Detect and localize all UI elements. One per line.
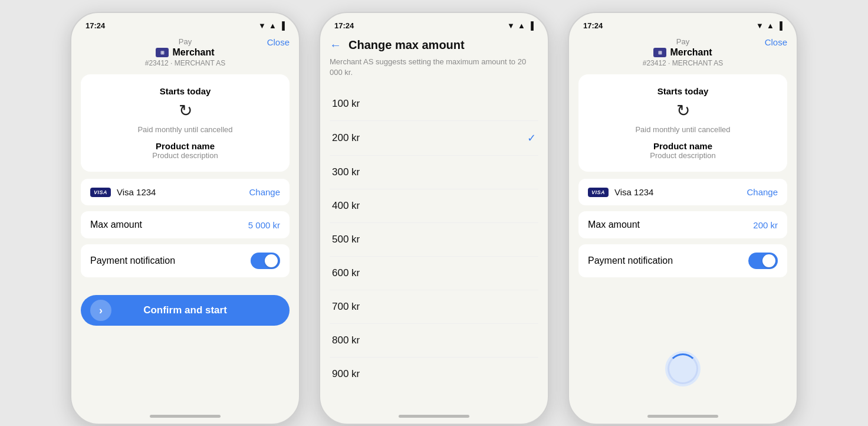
max-amount-value-3: 200 kr xyxy=(753,220,778,230)
product-name-3: Product name xyxy=(588,141,778,151)
phone-3: 17:24 ▼ ▲ ▐ Pay ⊞ Merchant #23412 · MERC… xyxy=(568,12,798,425)
merchant-row-1: ⊞ Merchant xyxy=(81,47,290,58)
merchant-icon-1: ⊞ xyxy=(156,48,169,57)
paid-monthly-3: Paid monthly until cancelled xyxy=(588,125,778,134)
wifi-icon-2: ▼ xyxy=(507,21,515,30)
screen2-title: Change max amount xyxy=(348,38,465,52)
signal-icon: ▲ xyxy=(269,21,277,30)
phone3-content: Pay ⊞ Merchant #23412 · MERCHANT AS Clos… xyxy=(569,32,797,410)
subscription-card-3: Starts today ↻ Paid monthly until cancel… xyxy=(578,74,787,172)
status-bar-2: 17:24 ▼ ▲ ▐ xyxy=(320,13,548,32)
status-bar-1: 17:24 ▼ ▲ ▐ xyxy=(71,13,299,32)
payment-notification-label-3: Payment notification xyxy=(588,255,673,266)
pay-header-3: Pay ⊞ Merchant #23412 · MERCHANT AS Clos… xyxy=(578,32,787,74)
pay-header-1: Pay ⊞ Merchant #23412 · MERCHANT AS Clos… xyxy=(81,32,290,74)
spinner-container xyxy=(578,351,787,398)
close-button-1[interactable]: Close xyxy=(267,37,290,47)
product-desc-3: Product description xyxy=(588,151,778,160)
phone-2: 17:24 ▼ ▲ ▐ ← Change max amount Merchant… xyxy=(319,12,549,425)
confirm-label-1: Confirm and start xyxy=(143,304,227,316)
phone1-content: Pay ⊞ Merchant #23412 · MERCHANT AS Clos… xyxy=(71,32,299,410)
merchant-id-3: #23412 · MERCHANT AS xyxy=(578,59,787,67)
time-1: 17:24 xyxy=(86,21,105,30)
arrow-icon-1: › xyxy=(90,300,111,321)
amount-item[interactable]: 700 kr xyxy=(330,290,538,324)
max-amount-row-1[interactable]: Max amount 5 000 kr xyxy=(81,211,290,238)
payment-notification-row-1: Payment notification xyxy=(81,244,290,277)
payment-notification-toggle-1[interactable] xyxy=(251,253,280,269)
visa-change-btn-3[interactable]: Change xyxy=(747,187,778,197)
pay-label-3: Pay xyxy=(578,37,787,46)
amount-item[interactable]: 600 kr xyxy=(330,257,538,290)
time-2: 17:24 xyxy=(334,21,354,30)
amount-item[interactable]: 500 kr xyxy=(330,223,538,257)
max-amount-label-3: Max amount xyxy=(588,219,640,230)
battery-icon: ▐ xyxy=(280,21,285,30)
amount-item[interactable]: 400 kr xyxy=(330,189,538,223)
confirm-button-1[interactable]: › Confirm and start xyxy=(81,295,290,326)
battery-icon-2: ▐ xyxy=(528,21,534,30)
refresh-icon-1: ↻ xyxy=(90,101,280,120)
check-icon: ✓ xyxy=(527,132,536,145)
starts-today-1: Starts today xyxy=(90,86,280,96)
product-desc-1: Product description xyxy=(90,151,280,160)
merchant-name-3: Merchant xyxy=(670,47,712,58)
amount-item[interactable]: 300 kr xyxy=(330,156,538,189)
signal-icon-3: ▲ xyxy=(767,21,774,30)
visa-logo-1: VISA xyxy=(90,188,111,197)
refresh-icon-3: ↻ xyxy=(588,101,778,120)
product-name-1: Product name xyxy=(90,141,280,151)
max-amount-label-1: Max amount xyxy=(90,219,142,230)
amount-item[interactable]: 100 kr xyxy=(330,87,538,121)
status-icons-2: ▼ ▲ ▐ xyxy=(507,21,534,30)
back-button-2[interactable]: ← xyxy=(330,38,341,52)
status-icons-1: ▼ ▲ ▐ xyxy=(258,21,285,30)
max-amount-value-1: 5 000 kr xyxy=(248,220,280,230)
amount-item[interactable]: 200 kr✓ xyxy=(330,121,538,156)
screen2-header: ← Change max amount xyxy=(330,32,538,57)
loading-spinner-bg xyxy=(665,351,701,386)
payment-notification-toggle-3[interactable] xyxy=(748,253,778,269)
merchant-icon-3: ⊞ xyxy=(653,48,666,57)
max-amount-row-3[interactable]: Max amount 200 kr xyxy=(578,211,787,238)
phone-1: 17:24 ▼ ▲ ▐ Pay ⊞ Merchant #23412 · MERC… xyxy=(70,12,300,425)
payment-notification-label-1: Payment notification xyxy=(90,255,175,266)
visa-change-btn-1[interactable]: Change xyxy=(249,187,280,197)
visa-row-1: VISA Visa 1234 Change xyxy=(81,179,290,205)
pay-label-1: Pay xyxy=(81,37,290,46)
battery-icon-3: ▐ xyxy=(777,21,782,30)
visa-row-3: VISA Visa 1234 Change xyxy=(578,179,787,205)
screen2-subtitle: Merchant AS suggests setting the maximum… xyxy=(330,57,538,78)
visa-card-label-1: Visa 1234 xyxy=(117,187,156,197)
payment-notification-row-3: Payment notification xyxy=(578,244,787,277)
amount-list: 100 kr200 kr✓300 kr400 kr500 kr600 kr700… xyxy=(330,87,538,398)
merchant-name-1: Merchant xyxy=(172,47,214,58)
amount-item[interactable]: 800 kr xyxy=(330,324,538,358)
merchant-id-1: #23412 · MERCHANT AS xyxy=(81,59,290,67)
close-button-3[interactable]: Close xyxy=(765,37,787,47)
wifi-icon-3: ▼ xyxy=(756,21,764,30)
visa-row-left-3: VISA Visa 1234 xyxy=(588,187,653,197)
visa-card-label-3: Visa 1234 xyxy=(614,187,653,197)
paid-monthly-1: Paid monthly until cancelled xyxy=(90,125,280,134)
subscription-card-1: Starts today ↻ Paid monthly until cancel… xyxy=(81,74,290,172)
merchant-row-3: ⊞ Merchant xyxy=(578,47,787,58)
starts-today-3: Starts today xyxy=(588,86,778,96)
visa-row-left-1: VISA Visa 1234 xyxy=(90,187,156,197)
phone2-content: ← Change max amount Merchant AS suggests… xyxy=(320,32,548,410)
status-bar-3: 17:24 ▼ ▲ ▐ xyxy=(569,13,797,32)
status-icons-3: ▼ ▲ ▐ xyxy=(756,21,782,30)
wifi-icon: ▼ xyxy=(258,21,266,30)
home-indicator-2 xyxy=(399,415,469,418)
signal-icon-2: ▲ xyxy=(518,21,525,30)
home-indicator-3 xyxy=(647,415,718,418)
time-3: 17:24 xyxy=(583,21,603,30)
home-indicator-1 xyxy=(150,415,221,418)
visa-logo-3: VISA xyxy=(588,188,609,197)
loading-spinner xyxy=(668,353,698,384)
amount-item[interactable]: 900 kr xyxy=(330,358,538,391)
